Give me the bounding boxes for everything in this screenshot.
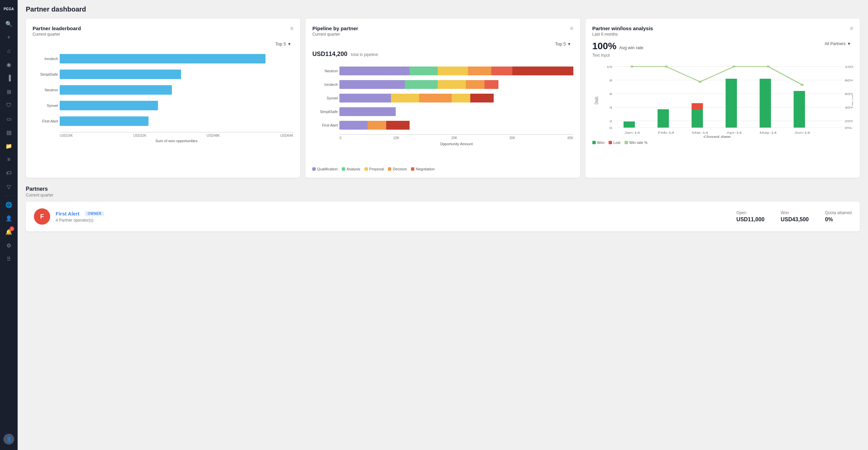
x-axis-line (60, 132, 293, 132)
bar-won-jan (624, 121, 635, 128)
win-rate-top: 100% Avg win rate Text Input All Partner… (592, 41, 853, 60)
sidebar-add[interactable]: + (3, 31, 15, 43)
sidebar-settings[interactable]: ⚙ (3, 239, 15, 251)
pipeline-chart: Neutron Inrutech (312, 63, 573, 163)
pipeline-menu-icon[interactable]: ≡ (570, 25, 573, 32)
bar-fill-simplisafe (60, 70, 181, 79)
dashboard-grid: Partner leaderboard Current quarter ≡ To… (18, 16, 868, 183)
sidebar-shield[interactable]: 🛡 (3, 99, 15, 111)
partner-name[interactable]: First Alert (56, 211, 79, 217)
svg-text:0: 0 (609, 126, 612, 130)
svg-text:8: 8 (609, 79, 612, 82)
seg-neutron-5 (491, 67, 512, 75)
sidebar-globe[interactable]: 🌐 (3, 199, 15, 211)
svg-text:0%: 0% (845, 126, 852, 130)
partners-section-title: Partners (26, 186, 860, 192)
won-label: Won (781, 210, 809, 215)
combo-chart: 0 2 4 6 8 10 0% 20% 40% 60% 80% 100% Dea… (592, 63, 853, 138)
main-content: Partner dashboard Partner leaderboard Cu… (18, 0, 868, 450)
quota-label: Quota attained (825, 210, 852, 215)
legend-analysis: Analysis (342, 167, 360, 171)
sidebar: PEGA 🔍 + ⌂ ◉ ▐ ⊞ 🛡 ▭ ▤ 📁 ≡ 🏷 ▽ 🌐 👤 🔔 1 ⚙… (0, 0, 18, 450)
win-rate-label: Avg win rate (619, 45, 643, 50)
pipeline-bar-neutron: Neutron (339, 67, 573, 75)
leaderboard-top-n-label: Top 5 (275, 41, 286, 46)
leaderboard-title: Partner leaderboard (33, 25, 81, 31)
app-logo: PEGA (2, 3, 16, 15)
sidebar-chart-bar[interactable]: ▐ (3, 72, 15, 84)
leaderboard-header: Partner leaderboard Current quarter ≡ (33, 25, 293, 37)
svg-text:Jan-14: Jan-14 (624, 131, 640, 134)
win-rate-pct: 100% (592, 41, 617, 52)
leaderboard-dropdown-arrow: ▼ (287, 42, 291, 46)
partner-info: First Alert OWNER 4 Partner operator(s) (56, 211, 736, 223)
open-value: USD11,000 (736, 217, 765, 223)
partner-stat-open: Open USD11,000 (736, 210, 765, 223)
bar-row-firstalert: First Alert (60, 116, 293, 126)
open-label: Open (736, 210, 765, 215)
partner-logo-letter: F (40, 213, 44, 220)
winloss-legend: Won Lost Win rate % (592, 140, 853, 145)
svg-text:Apr-14: Apr-14 (726, 131, 742, 134)
bar-fill-neutron (60, 85, 172, 95)
pipeline-card: Pipeline by partner Current quarter ≡ To… (305, 19, 580, 178)
pipeline-bar-synvel: Synvel (339, 94, 573, 102)
bar-row-neutron: Neutron (60, 85, 293, 95)
svg-text:Closed date: Closed date (703, 135, 730, 138)
legend-qualification: Qualification (312, 167, 338, 171)
winloss-menu-icon[interactable]: ≡ (850, 25, 853, 32)
legend-negotiation: Negotiation (411, 167, 435, 171)
x-axis-labels: USD16K USD32K USD48K USD64K (60, 134, 293, 137)
svg-text:Jun-14: Jun-14 (794, 131, 810, 134)
partner-stat-won: Won USD43,500 (781, 210, 809, 223)
sidebar-home[interactable]: ⌂ (3, 45, 15, 57)
sidebar-pulse[interactable]: ◉ (3, 58, 15, 71)
leaderboard-card: Partner leaderboard Current quarter ≡ To… (26, 19, 300, 178)
sidebar-chart-area[interactable]: ▤ (3, 126, 15, 138)
sidebar-person[interactable]: 👤 (3, 212, 15, 224)
leaderboard-subtitle: Current quarter (33, 32, 81, 37)
pipeline-legend: Qualification Analysis Proposal Decision… (312, 167, 573, 171)
svg-text:100%: 100% (845, 65, 853, 69)
pipeline-top-n-dropdown[interactable]: Top 5 ▼ (553, 41, 573, 47)
partners-section-subtitle: Current quarter (26, 193, 860, 198)
sidebar-tag[interactable]: 🏷 (3, 167, 15, 179)
leaderboard-chart: Inrutech SimpliSafe Neutron (33, 51, 293, 160)
sidebar-grid[interactable]: ⊞ (3, 86, 15, 98)
pipeline-subtitle: Current quarter (312, 32, 358, 37)
sidebar-folder[interactable]: 📁 (3, 140, 15, 152)
bar-fill-synvel (60, 101, 158, 110)
pipeline-x-title: Opportunity Amount (339, 142, 573, 146)
text-input-label: Text Input (592, 53, 644, 58)
seg-neutron-4 (468, 67, 491, 75)
sidebar-users-list[interactable]: ≡ (3, 153, 15, 166)
sidebar-dots[interactable]: ⠿ (3, 253, 15, 265)
legend-lost: Lost (609, 140, 620, 145)
leaderboard-top-n-selector: Top 5 ▼ (33, 41, 293, 47)
dot-mar (698, 81, 702, 83)
bar-row-simplisafe: SimpliSafe (60, 70, 293, 79)
svg-text:6: 6 (609, 92, 612, 96)
leaderboard-menu-icon[interactable]: ≡ (290, 25, 293, 32)
partner-badge: OWNER (85, 211, 104, 216)
bar-fill-firstalert (60, 116, 149, 126)
dot-apr (732, 65, 736, 68)
pipeline-total-info: USD114,200 total in pipeline (312, 51, 573, 58)
pipeline-title: Pipeline by partner (312, 25, 358, 31)
user-avatar[interactable]: 👤 (3, 434, 14, 445)
bar-row-inrutech: Inrutech (60, 54, 293, 63)
sidebar-notifications[interactable]: 🔔 1 (3, 226, 15, 238)
dot-feb (664, 65, 668, 68)
sidebar-search[interactable]: 🔍 (3, 18, 15, 30)
seg-neutron-2 (410, 67, 438, 75)
seg-neutron-6 (512, 67, 573, 75)
all-partners-dropdown[interactable]: All Partners ▼ (823, 41, 853, 47)
partner-operators: 4 Partner operator(s) (56, 218, 736, 223)
partners-section: Partners Current quarter F First Alert O… (18, 183, 868, 237)
leaderboard-top-n-dropdown[interactable]: Top 5 ▼ (273, 41, 294, 47)
sidebar-filter[interactable]: ▽ (3, 181, 15, 193)
dot-may (766, 65, 770, 68)
pipeline-total-value: USD114,200 (312, 51, 347, 57)
sidebar-desktop[interactable]: ▭ (3, 113, 15, 125)
svg-text:80%: 80% (845, 79, 853, 82)
